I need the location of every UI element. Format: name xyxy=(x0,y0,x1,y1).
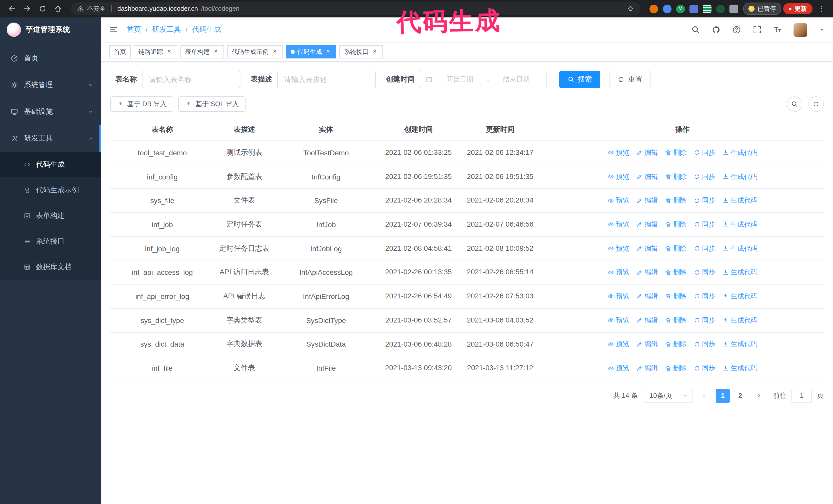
table-action[interactable]: 删除 xyxy=(665,316,687,325)
table-action[interactable]: 同步 xyxy=(694,268,715,277)
address-bar[interactable]: 不安全 dashboard.yudao.iocoder.cn/tool/code… xyxy=(71,2,640,16)
avatar-caret-icon[interactable] xyxy=(819,27,825,33)
app-logo[interactable]: 芋道管理系统 xyxy=(0,18,101,42)
table-action[interactable]: 编辑 xyxy=(636,340,658,349)
toggle-search-button[interactable] xyxy=(787,96,802,112)
search-icon[interactable] xyxy=(691,25,700,34)
table-action[interactable]: 生成代码 xyxy=(722,220,757,229)
tab[interactable]: 代码生成 × xyxy=(286,45,336,58)
hamburger-icon[interactable] xyxy=(109,25,118,34)
sidebar-subitem[interactable]: 表单构建 xyxy=(0,203,101,229)
table-action[interactable]: 编辑 xyxy=(636,148,658,158)
table-action[interactable]: 生成代码 xyxy=(722,244,757,253)
table-action[interactable]: 删除 xyxy=(665,220,687,229)
extension-icon[interactable] xyxy=(689,4,698,13)
github-icon[interactable] xyxy=(712,25,721,34)
table-action[interactable]: 预览 xyxy=(608,220,629,229)
table-action[interactable]: 预览 xyxy=(608,148,629,158)
table-action[interactable]: 编辑 xyxy=(636,220,658,229)
sidebar-subitem[interactable]: 代码生成 xyxy=(0,152,101,177)
refresh-button[interactable] xyxy=(808,96,824,112)
date-start-placeholder[interactable]: 开始日期 xyxy=(435,75,485,84)
extension-icon[interactable] xyxy=(703,4,712,13)
fullscreen-icon[interactable] xyxy=(753,25,762,34)
table-action[interactable]: 编辑 xyxy=(636,196,658,205)
table-action[interactable]: 预览 xyxy=(608,292,629,301)
table-action[interactable]: 预览 xyxy=(608,196,629,205)
sidebar-item[interactable]: 首页 xyxy=(0,45,101,72)
tab[interactable]: 系统接口 × xyxy=(339,45,383,58)
breadcrumb-item[interactable]: 研发工具 xyxy=(152,25,181,34)
tab[interactable]: 表单构建 × xyxy=(181,45,224,58)
table-action[interactable]: 编辑 xyxy=(636,268,658,277)
table-action[interactable]: 编辑 xyxy=(636,316,658,325)
page-number[interactable]: 2 xyxy=(733,389,747,403)
table-action[interactable]: 编辑 xyxy=(636,363,658,373)
table-action[interactable]: 删除 xyxy=(665,148,687,158)
browser-back-button[interactable] xyxy=(5,2,19,16)
table-name-input[interactable] xyxy=(142,71,240,88)
table-action[interactable]: 同步 xyxy=(694,220,715,229)
browser-menu-button[interactable] xyxy=(814,2,828,16)
tab-close-icon[interactable]: × xyxy=(371,48,378,55)
font-size-icon[interactable] xyxy=(773,25,782,34)
help-icon[interactable] xyxy=(732,25,741,34)
browser-forward-button[interactable] xyxy=(21,2,34,16)
sidebar-item[interactable]: 系统管理 xyxy=(0,72,101,98)
page-size-select[interactable]: 10条/页 xyxy=(645,389,693,403)
table-action[interactable]: 同步 xyxy=(694,172,715,181)
browser-home-button[interactable] xyxy=(51,2,65,16)
sidebar-subitem[interactable]: 数据库文档 xyxy=(0,254,101,280)
extension-icon[interactable] xyxy=(663,4,671,13)
table-action[interactable]: 预览 xyxy=(608,268,629,277)
table-action[interactable]: 同步 xyxy=(694,363,715,373)
table-action[interactable]: 预览 xyxy=(608,340,629,349)
table-action[interactable]: 同步 xyxy=(694,244,715,253)
sidebar-subitem[interactable]: 系统接口 xyxy=(0,229,101,254)
breadcrumb-item[interactable]: 首页 xyxy=(127,25,141,34)
browser-reload-button[interactable] xyxy=(36,2,49,16)
table-action[interactable]: 同步 xyxy=(694,196,715,205)
update-button[interactable]: 更新 xyxy=(783,3,812,14)
goto-page-input[interactable] xyxy=(791,389,812,403)
sidebar-subitem[interactable]: 代码生成示例 xyxy=(0,177,101,203)
tab-close-icon[interactable]: × xyxy=(271,48,278,55)
table-action[interactable]: 生成代码 xyxy=(722,268,757,277)
table-action[interactable]: 同步 xyxy=(694,148,715,158)
table-action[interactable]: 删除 xyxy=(665,244,687,253)
table-action[interactable]: 生成代码 xyxy=(722,340,757,349)
paused-badge[interactable]: 已暂停 xyxy=(743,3,781,15)
bookmark-star-icon[interactable] xyxy=(627,5,634,12)
date-end-placeholder[interactable]: 结束日期 xyxy=(491,75,541,84)
table-action[interactable]: 编辑 xyxy=(636,244,658,253)
table-action[interactable]: 删除 xyxy=(665,363,687,373)
table-action[interactable]: 预览 xyxy=(608,363,629,373)
user-avatar[interactable] xyxy=(793,23,807,37)
table-action[interactable]: 删除 xyxy=(665,172,687,181)
table-action[interactable]: 生成代码 xyxy=(722,292,757,301)
table-action[interactable]: 预览 xyxy=(608,172,629,181)
table-action[interactable]: 预览 xyxy=(608,244,629,253)
table-action[interactable]: 删除 xyxy=(665,196,687,205)
table-action[interactable]: 删除 xyxy=(665,340,687,349)
table-desc-input[interactable] xyxy=(277,71,376,88)
table-action[interactable]: 同步 xyxy=(694,316,715,325)
table-action[interactable]: 删除 xyxy=(665,268,687,277)
table-action[interactable]: 生成代码 xyxy=(722,148,757,158)
table-action[interactable]: 生成代码 xyxy=(722,363,757,373)
tab-close-icon[interactable]: × xyxy=(325,48,332,55)
reset-button[interactable]: 重置 xyxy=(610,71,650,88)
table-action[interactable]: 编辑 xyxy=(636,292,658,301)
table-action[interactable]: 预览 xyxy=(608,316,629,325)
tab[interactable]: 链路追踪 × xyxy=(134,45,177,58)
next-page-button[interactable] xyxy=(753,389,765,403)
extensions-puzzle-icon[interactable] xyxy=(730,4,738,13)
search-button[interactable]: 搜索 xyxy=(559,71,600,88)
sidebar-item[interactable]: 基础设施 xyxy=(0,98,101,125)
extension-icon[interactable] xyxy=(649,4,658,13)
extension-icon[interactable]: V xyxy=(676,4,685,13)
table-action[interactable]: 生成代码 xyxy=(722,172,757,181)
prev-page-button[interactable] xyxy=(698,389,711,403)
tab[interactable]: 代码生成示例 × xyxy=(227,45,283,58)
table-action[interactable]: 生成代码 xyxy=(722,316,757,325)
